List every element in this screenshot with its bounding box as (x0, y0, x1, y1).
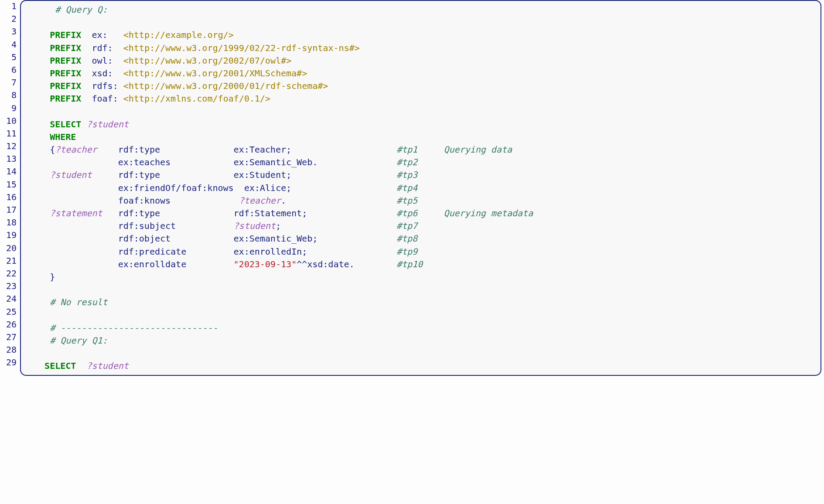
code-line: ?student rdf:type ex:Student; #tp3 (21, 169, 821, 181)
token (108, 30, 123, 40)
token: ?teacher (239, 195, 281, 206)
token: rdf:Statement (234, 208, 302, 218)
token (34, 119, 50, 129)
line-number: 5 (3, 51, 17, 64)
token (34, 43, 50, 53)
line-number: 1 (3, 0, 17, 13)
token: ex:enrolledIn (234, 246, 302, 257)
token: ex:Semantic_Web (234, 233, 313, 244)
token: ex:Student (234, 170, 286, 180)
code-line: } (21, 271, 821, 283)
code-line: # ------------------------------ (21, 322, 821, 334)
code-line: WHERE (21, 131, 821, 143)
token: rdf:type (118, 208, 160, 218)
token: ex:teaches (118, 157, 171, 167)
line-number: 18 (3, 216, 17, 229)
token (34, 335, 50, 346)
token: ?student (234, 221, 276, 231)
token: #tp9 (397, 246, 417, 257)
code-line: PREFIX xsd: <http://www.w3.org/2001/XMLS… (21, 67, 821, 80)
token (92, 170, 118, 180)
token: foaf:knows (118, 195, 171, 206)
token: ; (276, 221, 281, 231)
line-number: 7 (3, 76, 17, 89)
token: owl: (92, 55, 113, 66)
token (291, 144, 397, 155)
line-number: 12 (3, 140, 17, 153)
token: rdf:predicate (118, 246, 187, 257)
token: <http://www.w3.org/1999/02/22-rdf-syntax… (123, 43, 360, 53)
token (118, 81, 123, 91)
token: #tp4 (397, 183, 417, 193)
token (81, 68, 92, 78)
token (34, 208, 50, 218)
token (186, 246, 233, 257)
token (118, 93, 123, 104)
token (160, 208, 234, 218)
line-number: 4 (3, 38, 17, 51)
line-number: 17 (3, 204, 17, 216)
token: # No result (50, 297, 107, 307)
token: rdf:object (118, 233, 171, 244)
token: <http://www.w3.org/2002/07/owl#> (123, 55, 291, 66)
token (34, 170, 50, 180)
token: ?student (50, 170, 92, 180)
token: WHERE (50, 132, 76, 142)
token (34, 157, 118, 167)
line-number: 15 (3, 178, 17, 191)
token (81, 30, 92, 40)
token (286, 195, 397, 206)
token (34, 4, 55, 15)
code-line: # No result (21, 296, 821, 309)
token: ; (286, 170, 291, 180)
token: . (349, 259, 355, 269)
line-number: 8 (3, 89, 17, 102)
token: ?statement (50, 208, 102, 218)
token (81, 93, 92, 104)
code-line: SELECT ?student (21, 118, 821, 131)
line-number: 14 (3, 165, 17, 178)
token: SELECT (44, 361, 76, 371)
code-line: SELECT ?student (21, 360, 821, 372)
line-number: 16 (3, 191, 17, 204)
token (307, 246, 397, 257)
line-number: 2 (3, 13, 17, 25)
token: ?student (86, 119, 128, 129)
line-number: 21 (3, 255, 17, 267)
token: PREFIX (50, 68, 81, 78)
token (113, 55, 123, 66)
token: <http://www.w3.org/2000/01/rdf-schema#> (123, 81, 328, 91)
token: ; (286, 144, 291, 155)
token: #tp3 (397, 170, 417, 180)
token (160, 144, 234, 155)
line-number: 29 (3, 356, 17, 369)
token (81, 119, 86, 129)
line-number: 24 (3, 293, 17, 305)
token: ex:friendOf/foaf:knows (118, 183, 234, 193)
token: ex:Teacher (234, 144, 286, 155)
code-line: PREFIX ex: <http://example.org/> (21, 29, 821, 41)
token: ?student (86, 361, 128, 371)
code-line: PREFIX rdfs: <http://www.w3.org/2000/01/… (21, 80, 821, 92)
token: ex: (92, 30, 107, 40)
token: ex:enrolldate (118, 259, 187, 269)
token (34, 93, 50, 104)
token: PREFIX (50, 81, 81, 91)
token: #tp5 (397, 195, 417, 206)
token (307, 208, 397, 218)
token (113, 43, 123, 53)
token (34, 259, 118, 269)
token: ^^ (297, 259, 307, 269)
token (34, 195, 118, 206)
token: PREFIX (50, 30, 81, 40)
code-line: foaf:knows ?teacher. #tp5 (21, 194, 821, 207)
token: rdfs: (92, 81, 118, 91)
line-number: 23 (3, 280, 17, 293)
token (34, 361, 44, 371)
token (76, 361, 86, 371)
line-number: 10 (3, 115, 17, 127)
token (171, 233, 234, 244)
line-number: 20 (3, 242, 17, 255)
token (34, 68, 50, 78)
token (291, 183, 397, 193)
